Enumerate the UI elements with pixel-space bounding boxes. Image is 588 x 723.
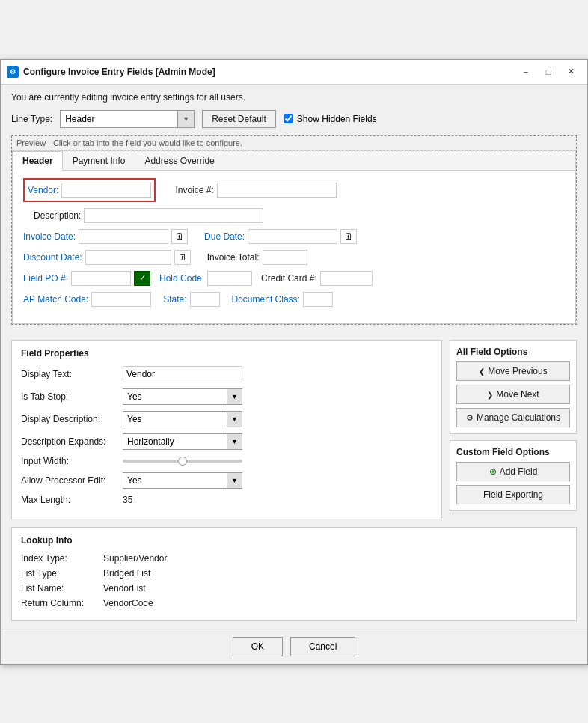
all-field-options: All Field Options Move Previous Move Nex… xyxy=(450,340,577,434)
vendor-input[interactable] xyxy=(61,183,151,198)
field-po-label[interactable]: Field PO #: xyxy=(23,273,68,284)
form-row-po: Field PO #: ✓ Hold Code: Credit Card #: xyxy=(23,271,565,286)
field-exporting-label: Field Exporting xyxy=(483,489,543,500)
move-previous-button[interactable]: Move Previous xyxy=(456,362,570,381)
state-input[interactable] xyxy=(190,292,220,307)
field-properties-title: Field Properties xyxy=(21,348,432,359)
show-hidden-fields-row: Show Hidden Fields xyxy=(284,114,377,124)
display-description-dropdown[interactable]: Yes ▼ xyxy=(123,411,242,427)
credit-card-input[interactable] xyxy=(320,271,373,286)
vendor-label[interactable]: Vendor: xyxy=(28,185,58,195)
field-po-input[interactable] xyxy=(71,271,131,286)
allow-processor-arrow: ▼ xyxy=(227,473,242,488)
index-type-row: Index Type: Supplier/Vendor xyxy=(21,553,567,564)
tab-payment-info[interactable]: Payment Info xyxy=(63,151,135,171)
invoice-date-calendar-button[interactable]: 🗓 xyxy=(171,229,188,244)
display-description-value: Yes xyxy=(123,414,227,424)
discount-date-group: Discount Date: 🗓 xyxy=(23,250,191,265)
manage-calculations-button[interactable]: Manage Calculations xyxy=(456,408,570,427)
description-label: Description: xyxy=(34,210,81,221)
due-date-label[interactable]: Due Date: xyxy=(204,231,245,242)
titlebar-controls: − □ ✕ xyxy=(515,64,581,79)
add-field-button[interactable]: Add Field xyxy=(456,462,570,481)
document-class-group: Document Class: xyxy=(232,292,333,307)
list-name-row: List Name: VendorList xyxy=(21,583,567,594)
content-area: You are currently editing invoice entry … xyxy=(1,85,587,340)
list-type-value: Bridged List xyxy=(103,568,150,579)
is-tab-stop-value: Yes xyxy=(123,391,227,402)
description-expands-dropdown[interactable]: Horizontally ▼ xyxy=(123,433,242,450)
app-icon: ⚙ xyxy=(7,66,19,78)
return-column-label: Return Column: xyxy=(21,598,103,608)
display-text-input[interactable] xyxy=(123,366,242,382)
credit-card-label: Credit Card #: xyxy=(261,273,317,284)
invoice-hash-input[interactable] xyxy=(217,183,337,198)
index-type-value: Supplier/Vendor xyxy=(103,553,167,564)
form-row-description: Description: xyxy=(23,208,565,223)
document-class-input[interactable] xyxy=(303,292,333,307)
ap-match-input[interactable] xyxy=(91,292,151,307)
invoice-date-input[interactable] xyxy=(79,229,168,244)
tab-address-override[interactable]: Address Override xyxy=(135,151,224,171)
return-column-row: Return Column: VendorCode xyxy=(21,598,567,608)
tab-header[interactable]: Header xyxy=(13,151,63,171)
cancel-button[interactable]: Cancel xyxy=(290,637,355,656)
allow-processor-label: Allow Processor Edit: xyxy=(21,475,118,486)
description-input[interactable] xyxy=(84,208,263,223)
description-expands-label: Description Expands: xyxy=(21,436,118,447)
field-po-check-button[interactable]: ✓ xyxy=(134,271,150,286)
allow-processor-dropdown[interactable]: Yes ▼ xyxy=(123,472,242,489)
max-length-label: Max Length: xyxy=(21,495,118,505)
description-expands-row: Description Expands: Horizontally ▼ xyxy=(21,433,432,450)
display-description-label: Display Description: xyxy=(21,414,118,424)
input-width-slider[interactable] xyxy=(123,460,242,463)
ap-match-label[interactable]: AP Match Code: xyxy=(23,294,88,305)
credit-card-group: Credit Card #: xyxy=(261,271,373,286)
maximize-button[interactable]: □ xyxy=(538,64,559,79)
reset-default-button[interactable]: Reset Default xyxy=(202,110,276,128)
list-name-label: List Name: xyxy=(21,583,103,594)
form-row-discount: Discount Date: 🗓 Invoice Total: xyxy=(23,250,565,265)
is-tab-stop-label: Is Tab Stop: xyxy=(21,391,118,402)
slider-thumb[interactable] xyxy=(178,457,187,466)
invoice-total-input[interactable] xyxy=(263,250,307,265)
move-next-icon xyxy=(487,389,493,400)
field-exporting-button[interactable]: Field Exporting xyxy=(456,485,570,504)
minimize-button[interactable]: − xyxy=(515,64,536,79)
discount-date-calendar-button[interactable]: 🗓 xyxy=(174,250,191,265)
display-text-row: Display Text: xyxy=(21,366,432,382)
due-date-calendar-button[interactable]: 🗓 xyxy=(340,229,357,244)
field-po-group: Field PO #: ✓ xyxy=(23,271,150,286)
main-window: ⚙ Configure Invoice Entry Fields [Admin … xyxy=(0,59,588,665)
ok-button[interactable]: OK xyxy=(233,637,283,656)
lookup-info-section: Lookup Info Index Type: Supplier/Vendor … xyxy=(11,527,577,621)
line-type-dropdown[interactable]: Header ▼ xyxy=(60,110,195,128)
is-tab-stop-row: Is Tab Stop: Yes ▼ xyxy=(21,388,432,405)
due-date-input[interactable] xyxy=(248,229,337,244)
invoice-date-label[interactable]: Invoice Date: xyxy=(23,231,76,242)
preview-tabs: Header Payment Info Address Override xyxy=(13,151,575,171)
hold-code-label[interactable]: Hold Code: xyxy=(159,273,204,284)
close-button[interactable]: ✕ xyxy=(560,64,581,79)
add-field-label: Add Field xyxy=(500,466,538,477)
line-type-dropdown-arrow: ▼ xyxy=(177,111,194,127)
state-label[interactable]: State: xyxy=(163,294,186,305)
vendor-group: Vendor: xyxy=(23,178,156,202)
manage-calculations-icon xyxy=(466,412,474,423)
move-previous-icon xyxy=(479,366,485,376)
document-class-label[interactable]: Document Class: xyxy=(232,294,300,305)
invoice-hash-group: Invoice #: xyxy=(175,183,336,198)
is-tab-stop-dropdown[interactable]: Yes ▼ xyxy=(123,388,242,405)
hold-code-input[interactable] xyxy=(207,271,252,286)
max-length-row: Max Length: 35 xyxy=(21,495,432,505)
allow-processor-row: Allow Processor Edit: Yes ▼ xyxy=(21,472,432,489)
discount-date-label[interactable]: Discount Date: xyxy=(23,252,82,263)
return-column-value: VendorCode xyxy=(103,598,153,608)
list-type-row: List Type: Bridged List xyxy=(21,568,567,579)
discount-date-input[interactable] xyxy=(85,250,171,265)
ap-match-group: AP Match Code: xyxy=(23,292,151,307)
show-hidden-label: Show Hidden Fields xyxy=(297,114,377,124)
add-field-icon xyxy=(489,466,497,477)
move-next-button[interactable]: Move Next xyxy=(456,385,570,404)
show-hidden-checkbox[interactable] xyxy=(284,114,293,123)
